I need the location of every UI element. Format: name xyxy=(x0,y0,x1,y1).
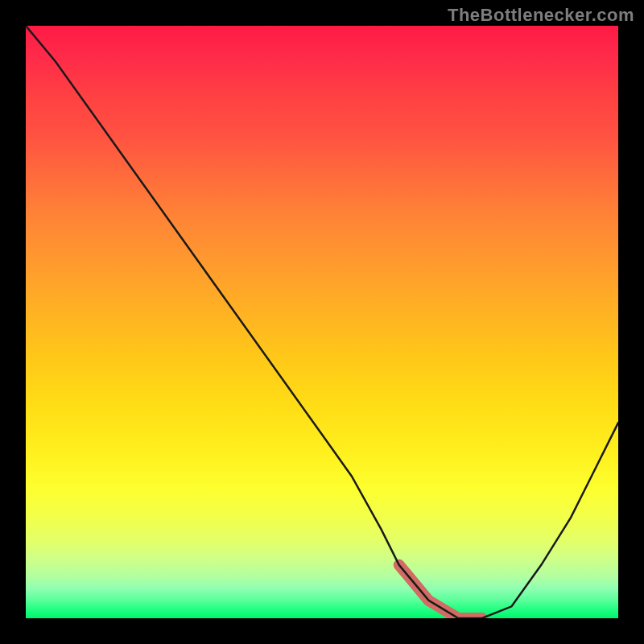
bottleneck-curve xyxy=(26,26,618,618)
chart-container: TheBottlenecker.com xyxy=(0,0,644,644)
optimal-range-highlight xyxy=(399,565,482,618)
plot-area xyxy=(26,26,618,618)
chart-svg xyxy=(26,26,618,618)
attribution-label: TheBottlenecker.com xyxy=(448,5,634,26)
